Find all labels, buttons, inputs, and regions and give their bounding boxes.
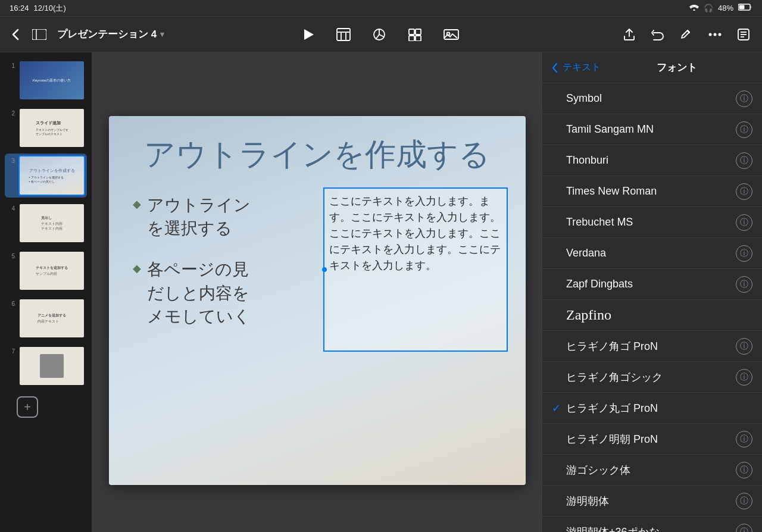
font-item-1[interactable]: Tamil Sangam MNⓘ (542, 114, 762, 145)
font-info-btn-5[interactable]: ⓘ (736, 245, 752, 262)
font-name-10: ヒラギノ丸ゴ ProN (566, 401, 752, 415)
font-item-11[interactable]: ヒラギノ明朝 ProNⓘ (542, 424, 762, 455)
font-info-btn-12[interactable]: ⓘ (736, 462, 752, 478)
slide-number-5: 5 (7, 251, 15, 259)
text-box[interactable]: ここにテキストを入力します。ます。ここにテキストを入力します。ここにテキストを入… (323, 187, 508, 352)
font-info-btn-9[interactable]: ⓘ (736, 369, 752, 386)
font-name-7: Zapfino (566, 307, 752, 323)
slide-number-3: 3 (7, 155, 15, 164)
font-item-2[interactable]: Thonburiⓘ (542, 145, 762, 176)
back-button[interactable] (10, 26, 21, 43)
font-name-0: Symbol (566, 92, 736, 105)
title-chevron: ▾ (160, 30, 164, 39)
font-item-3[interactable]: Times New Romanⓘ (542, 176, 762, 207)
share-button[interactable] (620, 26, 638, 43)
font-item-4[interactable]: Trebuchet MSⓘ (542, 207, 762, 238)
slide-number-1: 1 (7, 60, 15, 69)
main-layout: 1 Keynoteの基本の使い方 2 スライド追加 テキストのサンプルですサンプ… (0, 52, 762, 532)
font-name-8: ヒラギノ角ゴ ProN (566, 339, 736, 353)
font-item-9[interactable]: ヒラギノ角ゴシックⓘ (542, 362, 762, 393)
sidebar-toggle-button[interactable] (30, 27, 49, 42)
font-name-9: ヒラギノ角ゴシック (566, 370, 736, 384)
font-check-10: ✓ (552, 402, 566, 415)
svg-point-15 (709, 33, 712, 36)
date: 12/10(土) (34, 3, 66, 14)
slide-number-6: 6 (7, 298, 15, 307)
wifi-icon (689, 4, 699, 12)
svg-rect-10 (416, 29, 421, 35)
undo-button[interactable] (649, 26, 667, 43)
presentation-title[interactable]: プレゼンテーション 4 ▾ (57, 27, 164, 41)
font-item-5[interactable]: Verdanaⓘ (542, 238, 762, 269)
font-info-btn-8[interactable]: ⓘ (736, 338, 752, 355)
font-info-btn-2[interactable]: ⓘ (736, 152, 752, 169)
font-name-3: Times New Roman (566, 185, 736, 198)
font-info-btn-0[interactable]: ⓘ (736, 90, 752, 107)
font-item-14[interactable]: 游明朝体+36ポかなⓘ (542, 517, 762, 532)
bullet-item-1: ◆ アウトラインを選択する (133, 193, 305, 240)
font-item-13[interactable]: 游明朝体ⓘ (542, 486, 762, 517)
font-name-14: 游明朝体+36ポかな (566, 525, 736, 533)
font-item-7[interactable]: Zapfino (542, 300, 762, 331)
slide-thumb-4[interactable]: 4 見出し テキスト内容テキスト内容 (5, 201, 87, 245)
svg-rect-12 (416, 36, 421, 41)
svg-rect-9 (409, 29, 414, 35)
slide-thumb-5[interactable]: 5 テキストを追加する サンプル内容 (5, 249, 87, 293)
panel-title: フォント (601, 61, 752, 74)
insert-table-button[interactable] (334, 26, 353, 43)
slide-thumb-3[interactable]: 3 アウトラインを作成する • アウトラインを選択する• 各ページの見だし (5, 154, 87, 198)
canvas-area[interactable]: アウトラインを作成する ◆ アウトラインを選択する ◆ 各ページの見だしと内容を… (92, 52, 542, 532)
svg-point-17 (719, 33, 722, 36)
font-item-0[interactable]: Symbolⓘ (542, 83, 762, 114)
play-button[interactable] (301, 26, 317, 43)
slide-number-7: 7 (7, 346, 15, 355)
bullet-item-2: ◆ 各ページの見だしと内容をメモしていく (133, 258, 305, 328)
slide-number-4: 4 (7, 203, 15, 212)
time: 16:24 (10, 4, 29, 12)
insert-media-button[interactable] (441, 26, 461, 43)
battery-text: 48% (718, 4, 733, 12)
bullet-text-2: 各ページの見だしと内容をメモしていく (147, 258, 251, 328)
slide-thumb-1[interactable]: 1 Keynoteの基本の使い方 (5, 58, 87, 102)
font-info-btn-6[interactable]: ⓘ (736, 276, 752, 293)
font-item-12[interactable]: 游ゴシック体ⓘ (542, 455, 762, 486)
slide-number-2: 2 (7, 108, 15, 117)
battery-icon (738, 4, 752, 12)
more-button[interactable] (706, 30, 724, 39)
font-name-13: 游明朝体 (566, 494, 736, 508)
top-bar: プレゼンテーション 4 ▾ (0, 17, 762, 52)
bullet-diamond-2: ◆ (133, 261, 141, 276)
font-info-btn-4[interactable]: ⓘ (736, 214, 752, 231)
slide-thumb-7[interactable]: 7 (5, 344, 87, 388)
slide-panel: 1 Keynoteの基本の使い方 2 スライド追加 テキストのサンプルですサンプ… (0, 52, 92, 532)
slide-thumb-6[interactable]: 6 アニメを追加する 内容テキスト (5, 296, 87, 340)
slide-thumb-2[interactable]: 2 スライド追加 テキストのサンプルですサンプルのテキスト (5, 106, 87, 150)
font-name-1: Tamil Sangam MN (566, 123, 736, 136)
font-info-btn-1[interactable]: ⓘ (736, 121, 752, 138)
svg-rect-2 (32, 29, 46, 40)
font-list: SymbolⓘTamil Sangam MNⓘThonburiⓘTimes Ne… (542, 83, 762, 532)
font-item-6[interactable]: Zapf Dingbatsⓘ (542, 269, 762, 300)
font-name-2: Thonburi (566, 154, 736, 167)
font-info-btn-11[interactable]: ⓘ (736, 431, 752, 447)
svg-point-16 (714, 33, 717, 36)
bullet-text-1: アウトラインを選択する (147, 193, 251, 240)
font-name-4: Trebuchet MS (566, 216, 736, 229)
font-info-btn-3[interactable]: ⓘ (736, 183, 752, 200)
font-item-8[interactable]: ヒラギノ角ゴ ProNⓘ (542, 331, 762, 362)
pen-button[interactable] (677, 26, 695, 43)
font-info-btn-14[interactable]: ⓘ (736, 524, 752, 533)
insert-chart-button[interactable] (370, 26, 389, 43)
slide-bullets: ◆ アウトラインを選択する ◆ 各ページの見だしと内容をメモしていく (127, 187, 311, 352)
panel-back-button[interactable]: テキスト (552, 61, 601, 74)
panel-back-label: テキスト (563, 61, 601, 74)
selection-handle (322, 267, 327, 272)
bullet-diamond-1: ◆ (133, 197, 141, 212)
font-panel: テキスト フォント SymbolⓘTamil Sangam MNⓘThonbur… (542, 52, 762, 532)
format-button[interactable] (735, 26, 752, 43)
add-slide-button[interactable]: + (17, 396, 38, 418)
font-item-10[interactable]: ✓ヒラギノ丸ゴ ProN (542, 393, 762, 424)
slide-title: アウトラインを作成する (109, 116, 526, 181)
insert-object-button[interactable] (405, 26, 424, 43)
font-info-btn-13[interactable]: ⓘ (736, 493, 752, 509)
